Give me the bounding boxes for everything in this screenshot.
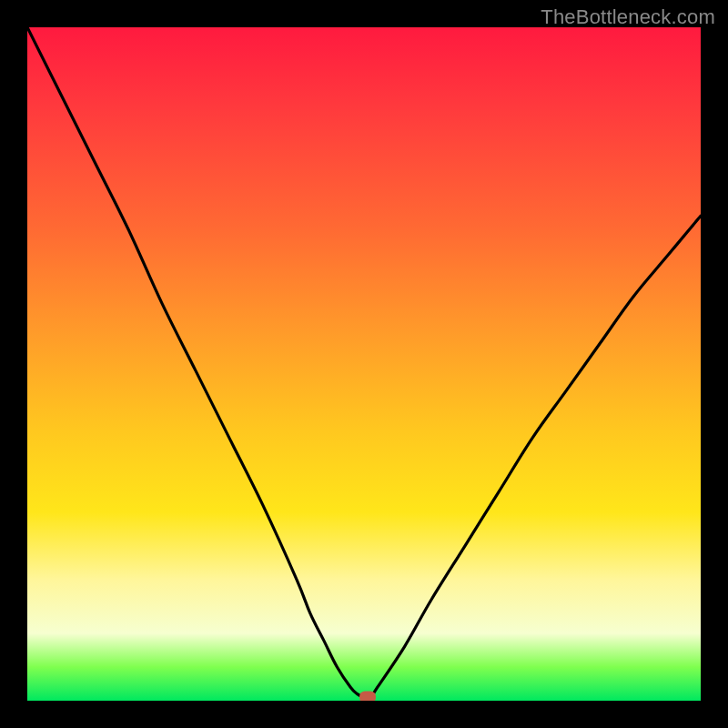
watermark-text: TheBottleneck.com <box>541 5 715 29</box>
curve-svg <box>27 27 701 701</box>
plot-area <box>27 27 701 701</box>
chart-frame: TheBottleneck.com <box>0 0 728 728</box>
minimum-marker <box>359 692 376 701</box>
bottleneck-curve <box>27 27 701 698</box>
